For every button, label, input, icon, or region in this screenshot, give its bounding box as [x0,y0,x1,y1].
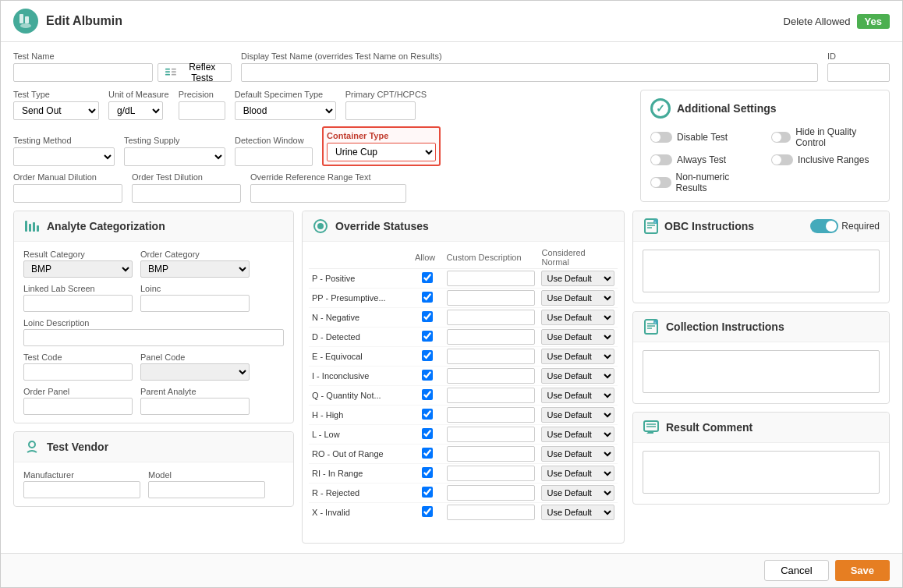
custom-input[interactable] [447,466,536,481]
header-right: Delete Allowed Yes [784,14,890,29]
allow-checkbox[interactable] [422,350,433,361]
cpt-input[interactable] [345,101,416,120]
checkmark-icon: ✓ [650,98,671,119]
precision-input[interactable] [179,101,225,120]
order-panel-input[interactable]: BMP [23,398,133,415]
custom-cell [444,347,539,367]
custom-input[interactable] [447,446,536,462]
custom-input[interactable] [447,388,536,403]
svg-rect-7 [172,71,176,73]
allow-checkbox[interactable] [422,448,433,459]
considered-select[interactable]: Use Default Normal Abnormal [541,485,614,501]
considered-select[interactable]: Use Default Normal Abnormal [541,290,614,306]
save-button[interactable]: Save [835,560,890,581]
custom-input[interactable] [447,368,536,384]
allow-checkbox[interactable] [422,389,433,400]
svg-text:i: i [655,220,656,224]
custom-input[interactable] [447,310,536,325]
custom-input[interactable] [447,271,536,286]
table-row: I - Inconclusive Use Default Normal Abno… [309,367,618,386]
container-type-select[interactable]: Urine Cup Blood Tube Swab [327,143,436,161]
test-code-label: Test Code [23,352,133,362]
loinc-label: Loinc [140,284,250,293]
disable-test-toggle[interactable] [650,132,672,143]
loinc-desc-input[interactable] [23,329,284,346]
manufacturer-input[interactable] [23,481,140,498]
custom-input[interactable] [447,290,536,306]
test-type-select[interactable]: Send Out In-House [13,101,99,120]
allow-checkbox[interactable] [422,272,433,283]
obc-textarea[interactable] [643,250,880,292]
non-numeric-toggle[interactable] [650,177,671,188]
collection-textarea[interactable] [643,350,880,393]
custom-input[interactable] [447,349,536,364]
allow-checkbox[interactable] [422,487,433,498]
panel-code-group: Panel Code [140,352,250,381]
order-category-select[interactable]: BMP [140,260,250,278]
unit-measure-label: Unit of Measure [108,90,169,99]
allow-checkbox[interactable] [422,292,433,303]
considered-select[interactable]: Use Default Normal Abnormal [541,329,614,345]
result-category-select[interactable]: BMP [23,260,133,278]
custom-cell [444,367,539,386]
custom-input[interactable] [447,427,536,442]
model-input[interactable] [148,481,265,498]
obc-required-toggle[interactable] [810,219,838,233]
detection-window-input[interactable] [235,147,313,166]
model-label: Model [148,470,265,480]
custom-input[interactable] [447,485,536,501]
order-test-dilution-input[interactable] [132,184,241,203]
panel-code-select[interactable] [140,363,250,381]
display-name-input[interactable] [241,63,818,82]
always-test-toggle[interactable] [650,154,672,165]
considered-select[interactable]: Use Default Normal Abnormal [541,427,614,442]
svg-rect-11 [33,222,35,232]
linked-lab-input[interactable] [23,295,133,312]
test-name-input[interactable]: Albumin [13,63,153,82]
section-right: i OBC Instructions Required [632,211,890,544]
result-comment-textarea[interactable] [643,451,880,494]
allow-checkbox[interactable] [422,311,433,322]
allow-checkbox[interactable] [422,428,433,439]
allow-checkbox[interactable] [422,409,433,420]
unit-measure-select[interactable]: g/dL [108,101,163,120]
allow-checkbox[interactable] [422,370,433,381]
test-vendor-header: Test Vendor [14,432,293,462]
considered-select[interactable]: Use Default Normal Abnormal [541,388,614,403]
custom-input[interactable] [447,505,536,520]
considered-select[interactable]: Use Default Normal Abnormal [541,505,614,520]
allow-checkbox[interactable] [422,467,433,478]
parent-analyte-input[interactable] [140,398,250,415]
status-cell: PP - Presumptive... [309,289,412,308]
reflex-tests-button[interactable]: Reflex Tests [158,63,232,82]
table-row: L - Low Use Default Normal Abnormal [309,425,618,445]
collection-title: Collection Instructions [666,321,784,333]
considered-select[interactable]: Use Default Normal Abnormal [541,446,614,462]
testing-method-select[interactable] [13,147,115,166]
override-reference-input[interactable] [250,184,406,203]
allow-checkbox[interactable] [422,331,433,342]
test-code-input[interactable] [23,363,133,381]
considered-select[interactable]: Use Default Normal Abnormal [541,466,614,481]
testing-supply-select[interactable] [124,147,225,166]
considered-select[interactable]: Use Default Normal Abnormal [541,349,614,364]
svg-point-13 [29,441,35,448]
order-manual-dilution-input[interactable] [13,184,122,203]
considered-cell: Use Default Normal Abnormal [538,406,618,425]
allow-checkbox[interactable] [422,506,433,517]
cancel-button[interactable]: Cancel [764,560,828,581]
considered-select[interactable]: Use Default Normal Abnormal [541,310,614,325]
custom-input[interactable] [447,329,536,345]
considered-select[interactable]: Use Default Normal Abnormal [541,407,614,423]
considered-select[interactable]: Use Default Normal Abnormal [541,368,614,384]
custom-input[interactable] [447,407,536,423]
hide-quality-toggle[interactable] [771,132,791,143]
order-manual-dilution-group: Order Manual Dilution [13,172,122,203]
id-input[interactable]: 438 [827,63,890,82]
additional-settings-card: ✓ Additional Settings Disable Test Hide … [640,90,890,202]
specimen-select[interactable]: Blood [235,101,336,120]
considered-select[interactable]: Use Default Normal Abnormal [541,271,614,286]
inclusive-ranges-toggle[interactable] [771,154,793,165]
loinc-input[interactable] [140,295,250,312]
allow-cell [412,445,444,464]
